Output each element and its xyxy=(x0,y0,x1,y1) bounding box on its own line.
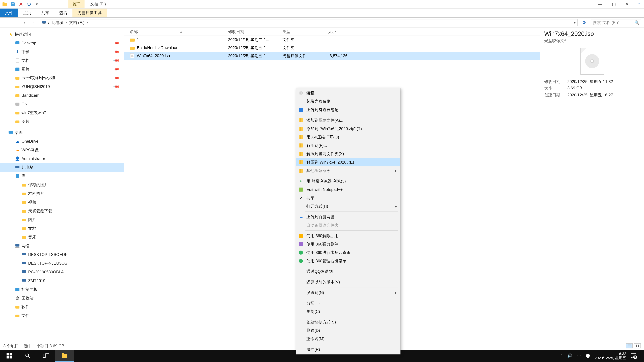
task-view-button[interactable] xyxy=(37,350,55,362)
nav-back-button[interactable]: ← xyxy=(3,19,9,26)
action-center-button[interactable]: 3 xyxy=(631,354,636,358)
close-button[interactable]: ✕ xyxy=(620,0,634,8)
tree-net-d4[interactable]: ZMT2019 xyxy=(0,276,124,285)
ctx-360-unlock[interactable]: 使用 360解除占用 xyxy=(296,232,400,240)
volume-icon[interactable]: 🔊 xyxy=(567,354,572,358)
security-tray-icon[interactable] xyxy=(586,354,590,358)
tree-tianyi[interactable]: 天翼云盘下载 xyxy=(0,207,124,215)
ctx-360-trojan-scan[interactable]: 使用 360进行木马云查杀 xyxy=(296,248,400,257)
taskbar-clock[interactable]: 16:32 2020/12/25, 星期五 xyxy=(595,352,626,360)
nav-history-dropdown[interactable]: ▾ xyxy=(22,19,28,26)
search-input[interactable]: 搜索"文档 (E:)" 🔍 xyxy=(591,19,641,26)
tree-network[interactable]: 网络 xyxy=(0,242,124,250)
ctx-cut[interactable]: 剪切(T) xyxy=(296,299,400,307)
ctx-create-shortcut[interactable]: 创建快捷方式(S) xyxy=(296,318,400,326)
ctx-360-manage-menu[interactable]: 使用 360管理右键菜单 xyxy=(296,257,400,265)
ctx-extract-to[interactable]: 解压到(F)... xyxy=(296,141,400,150)
ctx-properties[interactable]: 属性(R) xyxy=(296,345,400,354)
help-icon[interactable]: ? xyxy=(634,0,644,8)
col-type[interactable]: 类型 xyxy=(277,29,322,34)
col-date[interactable]: 修改日期 xyxy=(222,29,277,34)
tree-excel[interactable]: excel表格制作求和📌 xyxy=(0,73,124,82)
tree-control-panel[interactable]: 控制面板 xyxy=(0,285,124,294)
qat-undo-icon[interactable] xyxy=(26,2,31,6)
col-name[interactable]: 名称▴ xyxy=(124,29,222,34)
breadcrumb-root[interactable]: 此电脑 xyxy=(52,20,64,25)
tree-net-d2[interactable]: DESKTOP-NJEU3CG xyxy=(0,259,124,268)
tree-bandicam[interactable]: Bandicam xyxy=(0,91,124,100)
tree-local-photos[interactable]: 本机照片 xyxy=(0,189,124,198)
ctx-share[interactable]: ↗共享 xyxy=(296,194,400,202)
nav-forward-button[interactable]: → xyxy=(12,19,18,26)
ribbon-tab-share[interactable]: 共享 xyxy=(36,8,54,17)
tree-recycle-bin[interactable]: 🗑回收站 xyxy=(0,294,124,303)
ctx-extract-named[interactable]: 解压到 Win7x64_2020\ (E) xyxy=(296,158,400,166)
qat-dropdown-icon[interactable]: ▾ xyxy=(34,2,39,6)
tree-music[interactable]: 音乐 xyxy=(0,233,124,242)
ctx-add-zip[interactable]: 添加到 "Win7x64_2020.zip" (T) xyxy=(296,124,400,133)
tree-wps[interactable]: ☁WPS网盘 xyxy=(0,146,124,154)
ctx-add-archive[interactable]: 添加到压缩文件(A)... xyxy=(296,116,400,124)
file-row-selected[interactable]: Win7x64_2020.iso 2020/12/25, 星期五 1... 光盘… xyxy=(124,52,540,60)
ribbon-tab-file[interactable]: 文件 xyxy=(0,8,18,17)
ctx-extract-here[interactable]: 解压到当前文件夹(X) xyxy=(296,150,400,158)
address-dropdown-icon[interactable]: ▾ xyxy=(574,20,576,25)
qat-properties-icon[interactable] xyxy=(10,2,15,6)
tree-admin[interactable]: 👤Administrator xyxy=(0,154,124,163)
tree-desktop[interactable]: Desktop📌 xyxy=(0,39,124,47)
ctx-upload-baidu[interactable]: ☁上传到百度网盘 xyxy=(296,213,400,221)
view-large-icons-button[interactable] xyxy=(634,344,641,349)
ime-indicator[interactable]: 中 xyxy=(577,353,581,359)
ribbon-tab-view[interactable]: 查看 xyxy=(54,8,72,17)
address-bar[interactable]: › 此电脑 › 文档 (E:) › ▾ xyxy=(40,19,578,26)
ctx-restore-previous[interactable]: 还原以前的版本(V) xyxy=(296,278,400,286)
nav-up-button[interactable]: ↑ xyxy=(31,19,37,26)
tree-desktop-root[interactable]: 桌面 xyxy=(0,128,124,137)
taskbar-search-button[interactable] xyxy=(18,350,37,362)
ctx-360-force-delete[interactable]: 使用 360强力删除 xyxy=(296,240,400,248)
tree-documents2[interactable]: 文档 xyxy=(0,224,124,233)
ctx-delete[interactable]: 删除(D) xyxy=(296,326,400,335)
tree-pictures[interactable]: 图片📌 xyxy=(0,65,124,73)
ctx-mount[interactable]: 装载 xyxy=(296,89,400,97)
ctx-open-360zip[interactable]: 用360压缩打开(Q) xyxy=(296,133,400,141)
tree-libraries[interactable]: 库 xyxy=(0,172,124,180)
ctx-upload-youdao[interactable]: 上传到有道云笔记 xyxy=(296,106,400,114)
tray-expand-icon[interactable]: ˄ xyxy=(560,354,562,358)
taskbar-explorer-button[interactable] xyxy=(55,350,74,362)
ribbon-tab-home[interactable]: 主页 xyxy=(18,8,36,17)
column-headers[interactable]: 名称▴ 修改日期 类型 大小 xyxy=(124,28,540,36)
file-row[interactable]: 1 2020/12/15, 星期二 1... 文件夹 xyxy=(124,36,540,44)
minimize-button[interactable]: — xyxy=(594,0,607,8)
ctx-open-with[interactable]: 打开方式(H)▸ xyxy=(296,202,400,211)
tree-videos[interactable]: 视频 xyxy=(0,198,124,207)
file-row[interactable]: BaiduNetdiskDownload 2020/12/25, 星期五 1..… xyxy=(124,44,540,52)
tree-this-pc[interactable]: 此电脑 xyxy=(0,163,124,172)
tree-quick-access[interactable]: ★快速访问 xyxy=(0,30,124,39)
ctx-open-fengmi[interactable]: ✦用 蜂蜜浏览器 浏览(3) xyxy=(296,177,400,185)
col-size[interactable]: 大小 xyxy=(322,29,354,34)
breadcrumb-drive[interactable]: 文档 (E:) xyxy=(69,20,84,25)
tree-downloads[interactable]: ⬇下载📌 xyxy=(0,47,124,56)
tree-net-d1[interactable]: DESKTOP-LSSOEDP xyxy=(0,250,124,259)
qat-delete-icon[interactable]: ✕ xyxy=(18,2,23,6)
maximize-button[interactable]: ▢ xyxy=(607,0,620,8)
ctx-burn[interactable]: 刻录光盘映像 xyxy=(296,97,400,106)
title-context-tab[interactable]: 管理 xyxy=(68,0,84,8)
ctx-send-to[interactable]: 发送到(N)▸ xyxy=(296,289,400,297)
tree-saved-pictures[interactable]: 保存的图片 xyxy=(0,180,124,189)
ctx-send-qq[interactable]: 通过QQ发送到 xyxy=(296,267,400,276)
start-button[interactable] xyxy=(0,350,18,362)
ctx-other-compression[interactable]: 其他压缩命令▸ xyxy=(296,166,400,175)
tree-net-d3[interactable]: PC-20190530OBLA xyxy=(0,268,124,276)
tree-g-drive[interactable]: G:\ xyxy=(0,100,124,108)
tree-documents[interactable]: 文档📌 xyxy=(0,56,124,65)
ctx-edit-npp[interactable]: Edit with Notepad++ xyxy=(296,185,400,194)
tree-win7reinstall[interactable]: win7重装win7 xyxy=(0,108,124,117)
tree-files[interactable]: 文件 xyxy=(0,311,124,320)
ctx-rename[interactable]: 重命名(M) xyxy=(296,335,400,343)
tree-pictures2[interactable]: 图片 xyxy=(0,117,124,126)
tree-yunqishi[interactable]: YUNQISHI2019📌 xyxy=(0,82,124,91)
tree-software[interactable]: 软件 xyxy=(0,303,124,311)
tree-pictures3[interactable]: 图片 xyxy=(0,215,124,224)
